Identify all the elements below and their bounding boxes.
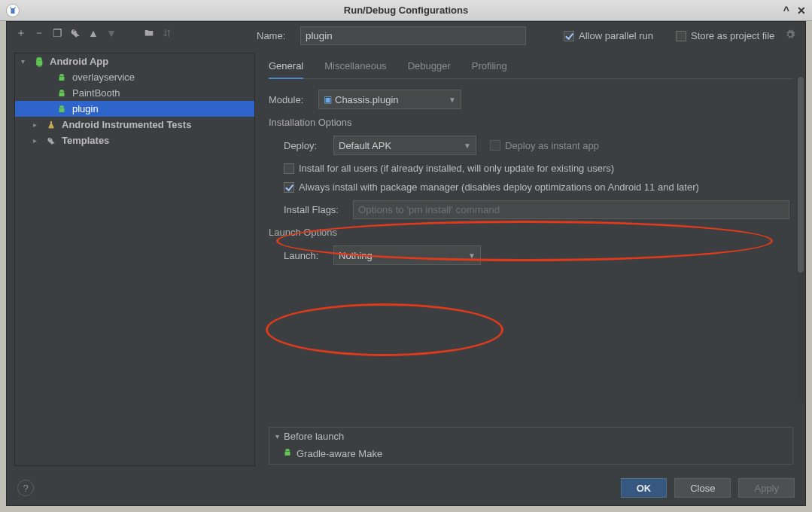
tabs: General Miscellaneous Debugger Profiling — [269, 53, 793, 79]
config-tree[interactable]: ▾ Android App overlayservice PaintBooth … — [14, 53, 255, 466]
sort-icon[interactable] — [160, 26, 174, 40]
tree-item-overlayservice[interactable]: overlayservice — [15, 69, 254, 85]
tab-profiling[interactable]: Profiling — [472, 56, 507, 78]
main-panel: General Miscellaneous Debugger Profiling… — [255, 53, 805, 471]
tree-item-paintbooth[interactable]: PaintBooth — [15, 85, 254, 101]
button-bar: ? OK Close Apply — [7, 471, 805, 505]
tree-templates[interactable]: ▸ Templates — [15, 133, 254, 148]
name-label: Name: — [257, 30, 293, 41]
deploy-select[interactable]: Default APK▼ — [333, 136, 476, 155]
help-button[interactable]: ? — [17, 480, 34, 496]
tree-toolbar: ＋ － ❐ ▲ ▼ — [7, 22, 257, 44]
install-flags-input[interactable] — [353, 200, 789, 219]
tab-misc[interactable]: Miscellaneous — [324, 56, 386, 78]
launch-label: Launch: — [284, 250, 333, 261]
always-pm-checkbox[interactable]: Always install with package manager (dis… — [284, 181, 699, 193]
gradle-make-item[interactable]: Gradle-aware Make — [269, 445, 792, 464]
module-label: Module: — [269, 94, 318, 105]
dialog: ＋ － ❐ ▲ ▼ Name: Allo — [6, 21, 806, 506]
down-icon[interactable]: ▼ — [105, 26, 118, 40]
install-all-checkbox[interactable]: Install for all users (if already instal… — [284, 163, 614, 174]
launch-section: Launch Options — [269, 227, 793, 238]
gear-icon[interactable] — [785, 29, 795, 42]
module-select[interactable]: ▣Chassis.plugin▼ — [318, 90, 461, 109]
up-icon[interactable]: ▲ — [87, 26, 100, 40]
install-section: Installation Options — [269, 117, 793, 128]
folder-icon[interactable] — [142, 26, 156, 40]
before-launch: ▾Before launch Gradle-aware Make — [269, 427, 793, 465]
wrench-icon[interactable] — [68, 26, 82, 40]
deploy-instant-checkbox[interactable]: Deploy as instant app — [490, 140, 599, 151]
apply-button[interactable]: Apply — [738, 478, 795, 498]
flags-label: Install Flags: — [284, 204, 353, 215]
annotation-ellipse-launch — [266, 303, 503, 356]
copy-icon[interactable]: ❐ — [50, 26, 64, 40]
scrollbar[interactable] — [796, 77, 805, 403]
launch-select[interactable]: Nothing▼ — [333, 245, 481, 265]
tab-general[interactable]: General — [269, 56, 303, 79]
tree-android-app[interactable]: ▾ Android App — [15, 53, 254, 69]
name-input[interactable] — [300, 26, 526, 45]
tree-item-plugin[interactable]: plugin — [15, 101, 254, 117]
remove-icon[interactable]: － — [32, 26, 46, 40]
window-title: Run/Debug Configurations — [0, 5, 812, 16]
tree-instrumented[interactable]: ▸ Android Instrumented Tests — [15, 117, 254, 133]
close-button[interactable]: Close — [674, 478, 731, 498]
deploy-label: Deploy: — [284, 140, 333, 151]
parallel-checkbox[interactable]: Allow parallel run — [564, 30, 653, 41]
ok-button[interactable]: OK — [621, 478, 668, 498]
store-checkbox[interactable]: Store as project file — [676, 30, 774, 41]
tab-debugger[interactable]: Debugger — [408, 56, 451, 78]
title-bar: Run/Debug Configurations ^ ✕ — [0, 0, 812, 21]
add-icon[interactable]: ＋ — [14, 26, 28, 40]
before-launch-toggle[interactable]: ▾Before launch — [269, 428, 792, 445]
